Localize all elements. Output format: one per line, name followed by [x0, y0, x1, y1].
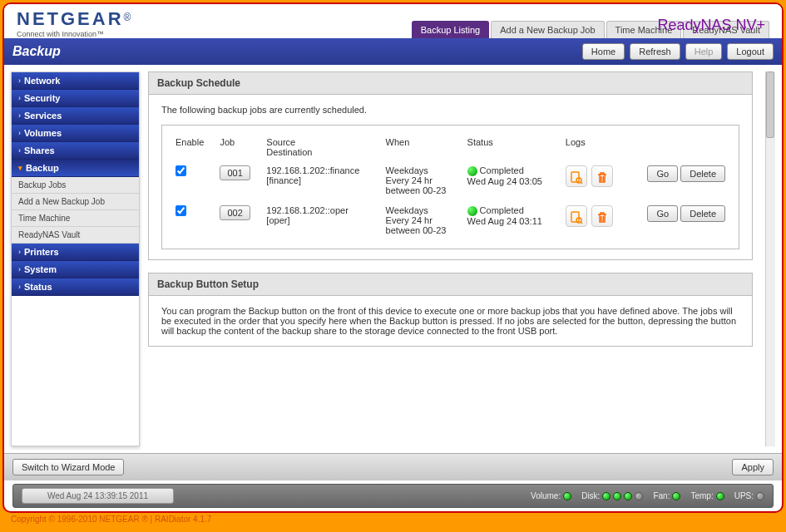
- schedule-description: The following backup jobs are currently …: [161, 105, 739, 115]
- table-row: 002 192.168.1.202::oper[oper] WeekdaysEv…: [171, 200, 730, 240]
- led-icon: [602, 492, 611, 500]
- apply-button[interactable]: Apply: [732, 459, 774, 475]
- svg-rect-0: [571, 172, 579, 182]
- col-job: Job: [215, 134, 261, 160]
- sidebar-sub-add-backup[interactable]: Add a New Backup Job: [12, 194, 139, 210]
- scrollbar[interactable]: [765, 71, 775, 446]
- status-dot-icon: [467, 206, 477, 216]
- led-off-icon: [756, 492, 764, 500]
- sidebar-item-services[interactable]: ›Services: [12, 107, 139, 125]
- status-volume: Volume:: [531, 491, 571, 500]
- backup-button-section: Backup Button Setup You can program the …: [148, 273, 753, 347]
- brand-name: NETGEAR: [17, 8, 124, 29]
- col-srcdst: SourceDestination: [261, 134, 380, 160]
- status-dot-icon: [467, 166, 477, 176]
- col-status: Status: [462, 134, 561, 160]
- go-button[interactable]: Go: [647, 205, 678, 222]
- header: NETGEAR® Connect with Innovation™ Backup…: [4, 4, 782, 38]
- view-log-icon[interactable]: [566, 205, 587, 227]
- logo: NETGEAR® Connect with Innovation™: [17, 8, 131, 38]
- svg-rect-6: [571, 212, 579, 222]
- status-temp: Temp:: [690, 491, 724, 500]
- status-ups: UPS:: [734, 491, 764, 500]
- enable-checkbox[interactable]: [175, 205, 186, 216]
- led-icon: [624, 492, 632, 500]
- chevron-right-icon: ›: [18, 283, 21, 291]
- delete-log-icon[interactable]: [591, 165, 613, 187]
- chevron-right-icon: ›: [18, 129, 21, 137]
- delete-log-icon[interactable]: [591, 205, 613, 227]
- sidebar: ›Network ›Security ›Services ›Volumes ›S…: [11, 71, 140, 446]
- status-fan: Fan:: [653, 491, 680, 500]
- sidebar-item-network[interactable]: ›Network: [12, 72, 139, 90]
- brand-tagline: Connect with Innovation™: [17, 30, 131, 38]
- led-icon: [716, 492, 724, 500]
- led-icon: [672, 492, 680, 500]
- page-title: Backup: [12, 44, 61, 59]
- status-bar: Wed Aug 24 13:39:15 2011 Volume: Disk: F…: [12, 484, 774, 508]
- timestamp: Wed Aug 24 13:39:15 2011: [22, 488, 174, 504]
- status-disk: Disk:: [581, 491, 643, 500]
- jobs-table: Enable Job SourceDestination When Status…: [171, 134, 730, 240]
- main-panel: Backup Schedule The following backup job…: [148, 71, 757, 446]
- help-button[interactable]: Help: [685, 43, 723, 60]
- go-button[interactable]: Go: [647, 165, 678, 182]
- chevron-right-icon: ›: [18, 111, 21, 120]
- led-off-icon: [635, 492, 643, 500]
- sidebar-item-volumes[interactable]: ›Volumes: [12, 125, 139, 142]
- title-bar: Backup Home Refresh Help Logout: [4, 38, 782, 65]
- led-icon: [613, 492, 621, 500]
- wizard-mode-button[interactable]: Switch to Wizard Mode: [12, 459, 124, 475]
- svg-line-2: [581, 182, 582, 184]
- tab-backup-listing[interactable]: Backup Listing: [412, 21, 490, 38]
- sidebar-item-shares[interactable]: ›Shares: [12, 142, 139, 160]
- sidebar-item-printers[interactable]: ›Printers: [12, 244, 139, 261]
- logout-button[interactable]: Logout: [727, 43, 774, 60]
- chevron-right-icon: ›: [18, 94, 21, 102]
- footer-bar: Switch to Wizard Mode Apply: [4, 453, 782, 480]
- chevron-down-icon: ▾: [18, 164, 22, 172]
- job-number-button[interactable]: 002: [220, 205, 250, 220]
- home-button[interactable]: Home: [582, 43, 625, 60]
- section-heading: Backup Button Setup: [149, 273, 752, 296]
- table-row: 001 192.168.1.202::finance[finance] Week…: [171, 160, 730, 200]
- copyright: Copyright © 1996-2010 NETGEAR ® | RAIDia…: [2, 513, 784, 525]
- col-when: When: [381, 134, 462, 160]
- enable-checkbox[interactable]: [175, 165, 186, 176]
- chevron-right-icon: ›: [18, 248, 21, 256]
- led-icon: [563, 492, 571, 500]
- chevron-right-icon: ›: [18, 265, 21, 273]
- job-dest: [finance]: [266, 175, 375, 185]
- view-log-icon[interactable]: [566, 165, 587, 187]
- sidebar-sub-backup-jobs[interactable]: Backup Jobs: [12, 177, 139, 194]
- backup-schedule-section: Backup Schedule The following backup job…: [148, 71, 753, 260]
- scrollbar-thumb[interactable]: [766, 71, 774, 138]
- delete-button[interactable]: Delete: [680, 205, 725, 222]
- section-heading: Backup Schedule: [149, 72, 752, 95]
- col-logs: Logs: [561, 134, 629, 160]
- sidebar-sub-readynas-vault[interactable]: ReadyNAS Vault: [12, 227, 139, 244]
- product-name: ReadyNAS NV+: [657, 17, 765, 34]
- chevron-right-icon: ›: [18, 146, 21, 155]
- refresh-button[interactable]: Refresh: [630, 43, 680, 60]
- svg-line-8: [581, 222, 582, 224]
- job-number-button[interactable]: 001: [220, 165, 250, 180]
- col-enable: Enable: [171, 134, 215, 160]
- job-source: 192.168.1.202::oper: [266, 205, 375, 215]
- chevron-right-icon: ›: [18, 76, 21, 85]
- backup-button-text: You can program the Backup button on the…: [149, 296, 752, 346]
- sidebar-item-security[interactable]: ›Security: [12, 90, 139, 107]
- delete-button[interactable]: Delete: [680, 165, 725, 182]
- job-source: 192.168.1.202::finance: [266, 165, 375, 175]
- sidebar-item-system[interactable]: ›System: [12, 261, 139, 278]
- sidebar-sub-time-machine[interactable]: Time Machine: [12, 210, 139, 227]
- tab-add-backup-job[interactable]: Add a New Backup Job: [491, 21, 604, 38]
- sidebar-item-status[interactable]: ›Status: [12, 278, 139, 296]
- sidebar-item-backup[interactable]: ▾Backup: [12, 160, 139, 177]
- job-dest: [oper]: [266, 215, 375, 225]
